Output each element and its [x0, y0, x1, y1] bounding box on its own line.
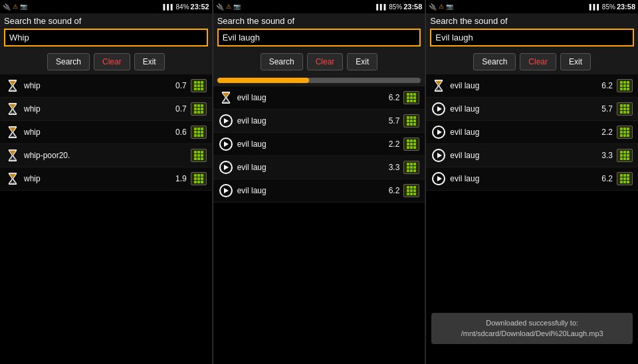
play-icon [219, 183, 233, 198]
result-duration: 6.2 [593, 174, 613, 183]
result-duration: 5.7 [593, 104, 613, 114]
panel-panel1: 🔌 ⚠ 📷 ▌▌▌ 84% 23:52 Search the sound ofS… [0, 0, 213, 364]
app-title: Search the sound of [4, 16, 208, 26]
panel-panel2: 🔌 ⚠ 📷 ▌▌▌ 85% 23:58 Search the sound ofS… [213, 0, 426, 364]
button-row: SearchClearExit [0, 49, 212, 74]
table-row[interactable]: evil laug6.2 [213, 86, 425, 110]
hourglass-icon [219, 90, 233, 105]
result-duration: 0.6 [167, 128, 187, 137]
table-row[interactable]: whip-poor20. [0, 144, 212, 167]
table-row[interactable]: evil laug5.7 [426, 98, 638, 121]
image-icon: 📷 [446, 3, 453, 10]
result-name: evil laug [450, 104, 589, 114]
result-thumbnail[interactable] [617, 149, 633, 162]
signal-icon: ▌▌▌ [163, 4, 175, 10]
result-duration: 2.2 [593, 128, 613, 137]
status-time: 23:58 [403, 3, 422, 11]
hourglass-icon [5, 148, 20, 163]
toast-notification: Downloaded successfully to: /mnt/sdcard/… [431, 313, 633, 344]
result-thumbnail[interactable] [403, 137, 419, 151]
image-icon: 📷 [20, 3, 27, 10]
result-name: evil laug [450, 151, 589, 160]
status-bar: 🔌 ⚠ 📷 ▌▌▌ 84% 23:52 [0, 0, 212, 13]
search-button[interactable]: Search [47, 53, 90, 70]
result-duration: 0.7 [167, 81, 187, 90]
table-row[interactable]: evil laug3.3 [426, 144, 638, 167]
exit-button[interactable]: Exit [560, 53, 591, 70]
play-icon [219, 160, 233, 175]
search-button[interactable]: Search [473, 53, 516, 70]
result-duration: 5.7 [379, 116, 399, 126]
hourglass-icon [5, 102, 20, 116]
result-thumbnail[interactable] [191, 79, 207, 92]
usb-icon: 🔌 [3, 3, 11, 11]
result-thumbnail[interactable] [191, 149, 207, 162]
table-row[interactable]: evil laug6.2 [426, 74, 638, 98]
table-row[interactable]: whip0.7 [0, 74, 212, 98]
status-time: 23:52 [191, 3, 209, 11]
usb-icon: 🔌 [216, 3, 224, 11]
result-duration: 6.2 [379, 93, 399, 102]
signal-icon: ▌▌▌ [376, 4, 387, 10]
table-row[interactable]: evil laug6.2 [213, 179, 425, 203]
result-name: evil laug [237, 186, 376, 195]
app-header: Search the sound of [426, 13, 638, 49]
status-time: 23:58 [617, 3, 635, 11]
result-duration: 3.3 [379, 163, 399, 172]
table-row[interactable]: whip0.6 [0, 121, 212, 144]
result-thumbnail[interactable] [403, 91, 419, 104]
result-duration: 0.7 [167, 104, 187, 114]
clear-button[interactable]: Clear [94, 53, 130, 70]
search-button[interactable]: Search [261, 53, 303, 70]
result-thumbnail[interactable] [403, 184, 419, 197]
play-icon [431, 148, 446, 163]
result-name: whip-poor20. [24, 151, 163, 160]
play-icon [431, 171, 446, 186]
play-icon [219, 114, 233, 128]
panel-panel3: 🔌 ⚠ 📷 ▌▌▌ 85% 23:58 Search the sound ofS… [426, 0, 638, 364]
result-thumbnail[interactable] [617, 79, 633, 92]
result-name: whip [24, 104, 163, 114]
result-duration: 6.2 [379, 186, 399, 195]
table-row[interactable]: evil laug2.2 [213, 133, 425, 156]
result-thumbnail[interactable] [191, 102, 207, 116]
search-input[interactable] [217, 29, 421, 46]
result-name: evil laug [237, 116, 376, 126]
clear-button[interactable]: Clear [520, 53, 556, 70]
exit-button[interactable]: Exit [347, 53, 377, 70]
table-row[interactable]: evil laug5.7 [213, 110, 425, 133]
result-thumbnail[interactable] [191, 172, 207, 185]
signal-icon: ▌▌▌ [589, 4, 601, 10]
hourglass-icon [431, 78, 446, 93]
table-row[interactable]: evil laug2.2 [426, 121, 638, 144]
result-name: whip [24, 81, 163, 90]
result-name: evil laug [450, 81, 589, 90]
result-duration: 2.2 [379, 139, 399, 149]
warn-icon: ⚠ [439, 3, 444, 10]
table-row[interactable]: evil laug3.3 [213, 156, 425, 179]
warn-icon: ⚠ [226, 3, 231, 10]
exit-button[interactable]: Exit [134, 53, 165, 70]
warn-icon: ⚠ [13, 3, 18, 10]
table-row[interactable]: whip0.7 [0, 98, 212, 121]
result-name: whip [24, 128, 163, 137]
search-input[interactable] [430, 29, 634, 46]
table-row[interactable]: evil laug6.2 [426, 167, 638, 191]
app-header: Search the sound of [0, 13, 212, 49]
result-thumbnail[interactable] [617, 172, 633, 185]
hourglass-icon [5, 125, 20, 139]
result-thumbnail[interactable] [403, 161, 419, 174]
hourglass-icon [5, 171, 20, 186]
table-row[interactable]: whip1.9 [0, 167, 212, 191]
results-list: whip0.7 whip0.7 whip0.6 whip-poor20. whi… [0, 74, 212, 364]
status-bar: 🔌 ⚠ 📷 ▌▌▌ 85% 23:58 [426, 0, 638, 13]
app-header: Search the sound of [213, 13, 425, 49]
status-bar: 🔌 ⚠ 📷 ▌▌▌ 85% 23:58 [213, 0, 425, 13]
clear-button[interactable]: Clear [307, 53, 344, 70]
result-thumbnail[interactable] [403, 114, 419, 128]
result-thumbnail[interactable] [617, 126, 633, 139]
result-thumbnail[interactable] [617, 102, 633, 116]
search-input[interactable] [4, 29, 208, 46]
result-duration: 3.3 [593, 151, 613, 160]
result-thumbnail[interactable] [191, 126, 207, 139]
